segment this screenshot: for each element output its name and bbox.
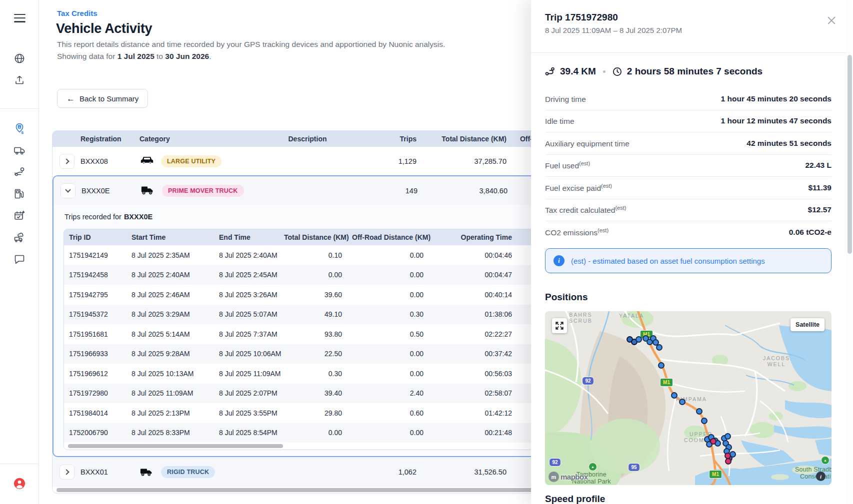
positions-title: Positions	[545, 292, 588, 303]
mapbox-logo: mmapbox	[548, 472, 588, 482]
trip-row[interactable]: 1751945372 8 Jul 2025 3:29AM 8 Jul 2025 …	[64, 305, 602, 325]
vehicle-row-expanded[interactable]: BXXX0E PRIME MOVER TRUCK 149 3,840.60	[54, 176, 600, 205]
trip-start-cell: 8 Jul 2025 2:46AM	[126, 291, 214, 299]
detail-value: 22.43 L	[805, 161, 832, 170]
trip-row[interactable]: 1751972980 8 Jul 2025 11:09AM 8 Jul 2025…	[64, 384, 602, 404]
trip-row[interactable]: 1751951681 8 Jul 2025 5:14AM 8 Jul 2025 …	[64, 324, 602, 344]
chevron-right-icon	[64, 158, 69, 164]
position-marker[interactable]	[679, 399, 686, 405]
detail-value: 0.06 tCO2-e	[789, 228, 832, 237]
menu-icon[interactable]	[14, 14, 26, 22]
trip-row[interactable]: 1751966933 8 Jul 2025 9:28AM 8 Jul 2025 …	[64, 344, 602, 364]
trip-distance-cell: 49.10	[279, 310, 347, 318]
trip-summary-stats: 39.4 KM 2 hours 58 minutes 7 seconds	[545, 66, 762, 77]
position-marker-highlight[interactable]	[725, 458, 732, 465]
col-trips: Trips	[364, 135, 420, 143]
detail-row: Fuel excise paid(est) $11.39	[545, 177, 832, 199]
trip-operating-cell: 00:21:48	[428, 429, 517, 437]
emissions-truck-icon[interactable]	[14, 231, 26, 243]
trip-operating-cell: 00:37:42	[428, 350, 517, 358]
trip-start-cell: 8 Jul 2025 2:35AM	[126, 251, 214, 259]
satellite-toggle-button[interactable]: Satellite	[790, 318, 824, 331]
map-label-jacobs-well: JACOBSWELL	[763, 355, 790, 367]
scrollbar-thumb[interactable]	[56, 488, 552, 492]
user-avatar[interactable]	[14, 478, 26, 490]
svg-text:$: $	[22, 130, 24, 135]
trip-distance: 39.4 KM	[560, 66, 596, 77]
back-to-summary-button[interactable]: ← Back to Summary	[57, 89, 148, 108]
trip-start-cell: 8 Jul 2025 10:13AM	[126, 370, 214, 378]
col-start-time: Start Time	[126, 233, 214, 241]
collapse-row-button[interactable]	[60, 183, 76, 198]
position-marker[interactable]	[656, 344, 662, 351]
globe-icon[interactable]	[14, 52, 26, 64]
trip-id-cell: 1751972980	[64, 389, 126, 397]
chevron-right-icon	[64, 469, 69, 475]
trips-table: Trip ID Start Time End Time Total Distan…	[64, 229, 602, 450]
expand-row-button[interactable]	[60, 465, 74, 480]
position-marker[interactable]	[724, 433, 731, 440]
position-marker[interactable]	[636, 336, 642, 343]
speed-profile-title: Speed profile	[545, 494, 605, 504]
map-attribution-icon[interactable]: i	[816, 472, 826, 481]
expand-row-button[interactable]	[60, 154, 74, 169]
trip-time-range: 8 Jul 2025 11:09AM – 8 Jul 2025 2:07PM	[545, 26, 682, 34]
prime-mover-icon	[140, 184, 156, 197]
clock-icon	[612, 67, 622, 76]
detail-label: Driving time	[545, 94, 586, 104]
close-icon[interactable]	[825, 14, 838, 27]
upload-icon[interactable]	[14, 74, 26, 86]
date-to: 30 Jun 2026	[165, 52, 209, 60]
route-92-shield: 92	[549, 458, 561, 467]
position-marker-highlight[interactable]	[710, 438, 716, 445]
trip-row[interactable]: 1751942458 8 Jul 2025 2:40AM 8 Jul 2025 …	[64, 265, 602, 285]
trip-row[interactable]: 1751942149 8 Jul 2025 2:35AM 8 Jul 2025 …	[64, 245, 602, 265]
breadcrumb-tax-credits[interactable]: Tax Credits	[57, 9, 98, 17]
trips-recorded-label: Trips recorded forBXXX0E	[54, 205, 600, 229]
registration-cell: BXXX01	[76, 468, 136, 476]
trip-row[interactable]: 1751984014 8 Jul 2025 2:13PM 8 Jul 2025 …	[64, 403, 602, 423]
page-title: Vehicle Activity	[56, 21, 152, 36]
position-marker[interactable]	[701, 418, 708, 424]
trip-row[interactable]: 1751942795 8 Jul 2025 2:46AM 8 Jul 2025 …	[64, 285, 602, 305]
map-label-stradbroke: South StradbrConservati	[795, 466, 832, 480]
detail-value: $11.39	[808, 183, 832, 192]
trips-cell: 1,062	[364, 468, 420, 476]
trip-operating-cell: 01:38:06	[428, 310, 517, 318]
position-marker[interactable]	[696, 408, 702, 415]
scrollbar-thumb[interactable]	[68, 444, 283, 448]
trip-distance-cell: 39.40	[279, 389, 347, 397]
trip-duration: 2 hours 58 minutes 7 seconds	[627, 66, 762, 77]
position-marker[interactable]	[671, 392, 678, 399]
trip-id-cell: 1751945372	[64, 310, 126, 318]
trip-end-cell: 8 Jul 2025 11:09AM	[214, 370, 279, 378]
trip-operating-cell: 02:22:27	[428, 330, 517, 338]
trips-horizontal-scrollbar[interactable]	[64, 443, 602, 450]
page-vertical-scrollbar[interactable]	[848, 55, 852, 254]
fuel-tax-credit-pin-icon[interactable]: $	[14, 122, 26, 134]
truck-icon[interactable]	[14, 144, 26, 156]
vehicle-table-horizontal-scrollbar[interactable]	[52, 487, 602, 493]
route-icon	[545, 67, 555, 76]
category-badge: PRIME MOVER TRUCK	[162, 185, 244, 197]
expanded-vehicle-section: BXXX0E PRIME MOVER TRUCK 149 3,840.60 Tr…	[52, 175, 602, 457]
calendar-maintenance-icon[interactable]	[14, 210, 26, 222]
vehicle-row[interactable]: BXXX01 RIGID TRUCK 1,062 31,526.50	[52, 457, 602, 487]
park-poi-marker: ▲	[821, 456, 830, 465]
vehicle-row[interactable]: BXXX08 LARGE UTILITY 1,129 37,285.70	[52, 147, 602, 175]
detail-row: Fuel used(est) 22.43 L	[545, 155, 832, 177]
position-marker[interactable]	[658, 362, 664, 369]
trip-row[interactable]: 1751969612 8 Jul 2025 10:13AM 8 Jul 2025…	[64, 364, 602, 384]
trip-start-cell: 8 Jul 2025 2:13PM	[126, 409, 214, 417]
trip-operating-cell: 00:40:14	[428, 291, 517, 299]
trip-start-cell: 8 Jul 2025 5:14AM	[126, 330, 214, 338]
map-fullscreen-button[interactable]	[552, 318, 567, 333]
left-arrow-icon: ←	[66, 94, 75, 103]
chat-icon[interactable]	[14, 253, 26, 265]
trip-row[interactable]: 1752006790 8 Jul 2025 8:33PM 8 Jul 2025 …	[64, 423, 602, 443]
trip-route-pin-icon[interactable]	[14, 166, 26, 178]
trip-off-road-cell: 0.00	[347, 271, 428, 279]
fuel-pump-icon[interactable]	[14, 188, 26, 200]
positions-map[interactable]: BAHRSSCRUB YATALA JACOBSWELL PIMPAMA UPP…	[545, 311, 832, 485]
detail-row: Idle time 1 hour 12 minutes 47 seconds	[545, 110, 832, 133]
